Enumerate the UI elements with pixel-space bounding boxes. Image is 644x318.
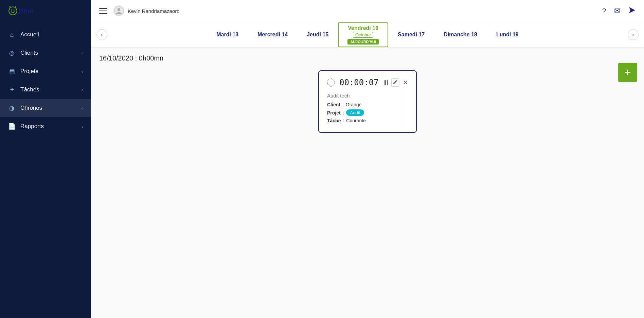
user-info: Kevin Randriamazaoro <box>113 5 180 16</box>
send-icon[interactable] <box>628 6 636 16</box>
svg-text:ltime: ltime <box>19 7 33 15</box>
sidebar-item-label: Chronos <box>20 105 42 111</box>
week-navigation: ‹ Mardi 13 Mercredi 14 Jeudi 15 Vendredi… <box>91 22 644 48</box>
day-jeudi[interactable]: Jeudi 15 <box>297 29 338 40</box>
day-label: Jeudi 15 <box>307 32 328 38</box>
svg-point-5 <box>118 8 120 11</box>
main-content: 16/10/2020 : 0h00mn + 00:00:07 <box>91 48 644 318</box>
user-avatar <box>113 5 124 16</box>
svg-point-0 <box>9 7 17 15</box>
task-project: Projet: Audit <box>327 109 408 116</box>
header-left: Kevin Randriamazaoro <box>99 5 180 16</box>
chevron-icon: ‹ <box>82 106 83 111</box>
nav-items: ⌂ Accueil ◎ Clients ‹ ▤ Projets ‹ ✦ Tâch… <box>0 22 91 136</box>
projets-icon: ▤ <box>8 68 16 75</box>
chevron-icon: ‹ <box>82 69 83 74</box>
day-label: Mercredi 14 <box>257 32 288 38</box>
sidebar-item-accueil[interactable]: ⌂ Accueil <box>0 25 91 44</box>
date-total: 16/10/2020 : 0h00mn <box>99 54 636 62</box>
timer-display: 00:00:07 <box>339 78 379 87</box>
timer-header: 00:00:07 ✕ <box>327 78 408 87</box>
day-mardi[interactable]: Mardi 13 <box>207 29 248 40</box>
project-label: Projet <box>327 110 341 116</box>
spinner-icon <box>327 78 335 87</box>
rapports-icon: 📄 <box>8 123 16 130</box>
edit-button[interactable] <box>391 78 399 87</box>
sidebar-item-label: Rapports <box>20 123 44 130</box>
hamburger-button[interactable] <box>99 8 107 14</box>
day-label: Vendredi 16 <box>348 25 378 31</box>
clients-icon: ◎ <box>8 49 16 57</box>
help-icon[interactable]: ? <box>602 7 606 15</box>
sidebar-item-rapports[interactable]: 📄 Rapports ‹ <box>0 117 91 136</box>
timer-card: 00:00:07 ✕ Audit tech Cl <box>318 70 417 133</box>
chronos-icon: ◑ <box>8 104 16 112</box>
svg-point-2 <box>14 10 15 11</box>
day-samedi[interactable]: Samedi 17 <box>388 29 434 40</box>
day-mercredi[interactable]: Mercredi 14 <box>248 29 297 40</box>
task-title: Audit tech <box>327 93 408 99</box>
home-icon: ⌂ <box>8 31 16 38</box>
taches-icon: ✦ <box>8 86 16 93</box>
client-value: Orange <box>346 102 362 107</box>
header-icons: ? ✉ <box>602 6 636 16</box>
sidebar: ltime ⌂ Accueil ◎ Clients ‹ ▤ Projets ‹ <box>0 0 91 318</box>
mail-icon[interactable]: ✉ <box>614 6 620 15</box>
sidebar-item-clients[interactable]: ◎ Clients ‹ <box>0 44 91 62</box>
logo-area: ltime <box>0 0 91 22</box>
day-lundi[interactable]: Lundi 19 <box>487 29 528 40</box>
sidebar-item-label: Accueil <box>20 31 39 38</box>
sidebar-item-label: Projets <box>20 68 38 75</box>
day-label: Samedi 17 <box>398 32 425 38</box>
task-tache: Tâche: Courante <box>327 118 408 123</box>
next-week-button[interactable]: › <box>628 29 639 40</box>
tache-label: Tâche <box>327 118 341 123</box>
day-label: Mardi 13 <box>216 32 238 38</box>
svg-point-1 <box>11 10 12 11</box>
days-container: Mardi 13 Mercredi 14 Jeudi 15 Vendredi 1… <box>107 22 628 47</box>
close-button[interactable]: ✕ <box>403 79 408 86</box>
chevron-icon: ‹ <box>82 87 83 92</box>
tache-value: Courante <box>346 118 366 123</box>
sidebar-item-label: Clients <box>20 50 38 56</box>
day-dimanche[interactable]: Dimanche 18 <box>434 29 487 40</box>
day-month: Octobre <box>353 32 373 38</box>
main-area: Kevin Randriamazaoro ? ✉ ‹ Mardi 13 Merc… <box>91 0 644 318</box>
chevron-icon: ‹ <box>82 51 83 56</box>
sidebar-item-projets[interactable]: ▤ Projets ‹ <box>0 62 91 81</box>
prev-week-button[interactable]: ‹ <box>96 29 107 40</box>
add-timer-button[interactable]: + <box>618 63 637 82</box>
sidebar-item-label: Tâches <box>20 86 39 93</box>
today-badge: AUJOURD'HUI <box>347 39 379 45</box>
client-label: Client <box>327 102 340 107</box>
header: Kevin Randriamazaoro ? ✉ <box>91 0 644 22</box>
sidebar-item-taches[interactable]: ✦ Tâches ‹ <box>0 81 91 99</box>
project-badge: Audit <box>346 109 364 116</box>
pause-button[interactable] <box>384 80 388 85</box>
day-label: Lundi 19 <box>496 32 519 38</box>
chevron-icon: ‹ <box>82 124 83 129</box>
sidebar-item-chronos[interactable]: ◑ Chronos ‹ <box>0 99 91 117</box>
day-vendredi-active[interactable]: Vendredi 16 Octobre AUJOURD'HUI <box>338 22 388 47</box>
user-name: Kevin Randriamazaoro <box>128 8 180 14</box>
timer-left: 00:00:07 <box>327 78 379 87</box>
day-label: Dimanche 18 <box>444 32 477 38</box>
avatar-icon <box>114 6 124 16</box>
timer-controls: ✕ <box>384 78 408 87</box>
app-logo: ltime <box>7 4 54 18</box>
svg-marker-6 <box>629 7 635 13</box>
task-client: Client: Orange <box>327 102 408 107</box>
